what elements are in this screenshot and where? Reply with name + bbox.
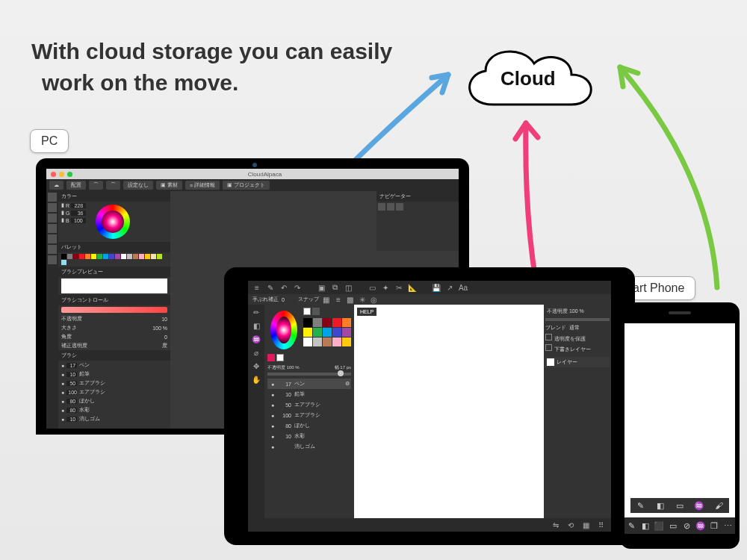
fit-icon[interactable] xyxy=(396,203,403,211)
flip-icon[interactable]: ⇋ xyxy=(551,520,560,529)
swatch[interactable] xyxy=(133,254,138,259)
undo-icon[interactable]: ↶ xyxy=(279,283,288,292)
brush-item[interactable]: ●80ぼかし xyxy=(58,396,170,405)
text-icon[interactable]: Aa xyxy=(459,283,468,292)
close-icon[interactable] xyxy=(51,172,56,177)
eraser-tool-icon[interactable] xyxy=(48,203,57,212)
snap-circle-icon[interactable]: ◎ xyxy=(370,295,379,304)
bg-swatch[interactable] xyxy=(276,354,284,361)
brush-item[interactable]: ●80水彩 xyxy=(58,405,170,414)
zoom-icon[interactable] xyxy=(67,172,72,177)
pen-icon[interactable]: ✎ xyxy=(636,501,645,510)
brush-item[interactable]: ●17ペン xyxy=(58,361,170,370)
swatch[interactable] xyxy=(157,254,162,259)
hand-tool-icon[interactable] xyxy=(48,255,57,264)
brush-item[interactable]: ●100エアブラシ xyxy=(58,388,170,396)
palette-icon[interactable]: ⬛ xyxy=(654,521,663,530)
layers-icon[interactable]: ❐ xyxy=(710,521,719,530)
minimize-icon[interactable] xyxy=(59,172,64,177)
grid-icon[interactable]: ▦ xyxy=(581,520,590,529)
deselect-icon[interactable]: ⊘ xyxy=(682,521,691,530)
select-icon[interactable]: ▭ xyxy=(675,501,684,510)
swatch[interactable] xyxy=(103,254,108,259)
swatch[interactable] xyxy=(79,254,84,259)
more-icon[interactable]: ⋯ xyxy=(724,521,733,530)
select-icon[interactable]: ▭ xyxy=(368,283,376,292)
layer-opacity-slider[interactable] xyxy=(545,318,610,321)
swatch[interactable] xyxy=(61,260,66,265)
palette-swatches[interactable] xyxy=(58,252,170,267)
swatch[interactable] xyxy=(115,254,120,259)
save-icon[interactable]: 💾 xyxy=(432,283,441,292)
blend-value[interactable]: 通常 xyxy=(569,324,580,332)
layer-icon[interactable]: ▣ xyxy=(317,283,326,292)
swatch[interactable] xyxy=(313,328,322,337)
brush-item[interactable]: ●10消しゴム xyxy=(58,414,170,423)
help-button[interactable]: HELP xyxy=(357,308,376,316)
brush-item[interactable]: ●50エアブラシ xyxy=(267,399,351,410)
move-tool-icon[interactable]: ✥ xyxy=(252,361,261,370)
swatch[interactable] xyxy=(121,254,126,259)
swatch[interactable] xyxy=(91,254,96,259)
swatch[interactable] xyxy=(145,254,150,259)
curve1-button[interactable]: ⌒ xyxy=(89,181,103,190)
brush-tool-icon[interactable] xyxy=(48,193,57,202)
apps-icon[interactable]: ⠿ xyxy=(596,520,605,529)
swatch[interactable] xyxy=(332,328,341,337)
add-color-icon[interactable] xyxy=(312,308,320,315)
rgb-b[interactable]: ▮ B 100 xyxy=(58,217,93,224)
swatch[interactable] xyxy=(109,254,114,259)
swatch[interactable] xyxy=(323,318,332,327)
swatch[interactable] xyxy=(97,254,102,259)
eraser-tool-icon[interactable]: ◧ xyxy=(641,521,650,530)
rgb-r[interactable]: ▮ R 228 xyxy=(58,202,93,209)
bucket-tool-icon[interactable]: ♒ xyxy=(252,335,261,343)
color-wheel[interactable] xyxy=(96,205,130,239)
curve2-button[interactable]: ⌒ xyxy=(106,181,120,190)
brush-size-slider[interactable] xyxy=(267,373,351,376)
snap-grid-icon[interactable]: ▦ xyxy=(322,295,331,304)
select-tool-icon[interactable]: ▭ xyxy=(669,521,678,530)
swatch[interactable] xyxy=(67,254,72,259)
material-button[interactable]: ▣素材 xyxy=(156,181,182,190)
eraser-tool-icon[interactable]: ◧ xyxy=(252,321,261,330)
layer-opacity[interactable]: 不透明度 100 % xyxy=(545,306,610,317)
swatch[interactable] xyxy=(323,328,332,337)
redo-icon[interactable]: ↷ xyxy=(293,283,302,292)
text-tool-icon[interactable] xyxy=(48,245,57,254)
swatch[interactable] xyxy=(303,318,312,327)
brush-item[interactable]: ●100エアブラシ xyxy=(267,410,351,420)
snap-perspective-icon[interactable]: ▩ xyxy=(346,295,355,304)
correction-value[interactable]: 0 xyxy=(282,297,285,302)
project-button[interactable]: ▣プロジェクト xyxy=(223,181,270,190)
brush-item[interactable]: ●消しゴム xyxy=(267,441,351,452)
rotate-icon[interactable]: ⟲ xyxy=(566,520,575,529)
bucket-icon[interactable]: ♒ xyxy=(695,501,704,510)
wand-icon[interactable]: ✦ xyxy=(381,283,390,292)
fill-tool-icon[interactable] xyxy=(48,224,57,233)
swatch[interactable] xyxy=(342,328,351,337)
zoom-out-icon[interactable] xyxy=(387,203,394,211)
setting-button[interactable]: 設定なし xyxy=(123,181,153,190)
swatch[interactable] xyxy=(342,318,351,327)
fill-icon[interactable]: ♒ xyxy=(696,521,705,530)
swatch[interactable] xyxy=(85,254,90,259)
swatch[interactable] xyxy=(73,254,78,259)
color-wheel[interactable] xyxy=(270,311,297,349)
export-icon[interactable]: ↗ xyxy=(445,283,454,292)
swatch[interactable] xyxy=(303,328,312,337)
opacity-slider[interactable] xyxy=(61,307,167,313)
swatch[interactable] xyxy=(61,254,66,259)
layer-item[interactable]: レイヤー xyxy=(545,357,610,367)
zoom-in-icon[interactable] xyxy=(378,203,385,211)
crop-icon[interactable]: ✂ xyxy=(394,283,403,292)
draft-layer-checkbox[interactable]: 下書きレイヤー xyxy=(545,343,610,354)
swatch[interactable] xyxy=(151,254,156,259)
move-tool-icon[interactable] xyxy=(48,214,57,223)
brush-item[interactable]: ●10水彩 xyxy=(267,431,351,441)
swatch[interactable] xyxy=(332,318,341,327)
brush-item[interactable]: ●10鉛筆 xyxy=(267,389,351,399)
select-tool-icon[interactable] xyxy=(48,234,57,243)
ruler-icon[interactable]: 📐 xyxy=(408,283,417,292)
brush-item[interactable]: ●80ぼかし xyxy=(267,420,351,431)
